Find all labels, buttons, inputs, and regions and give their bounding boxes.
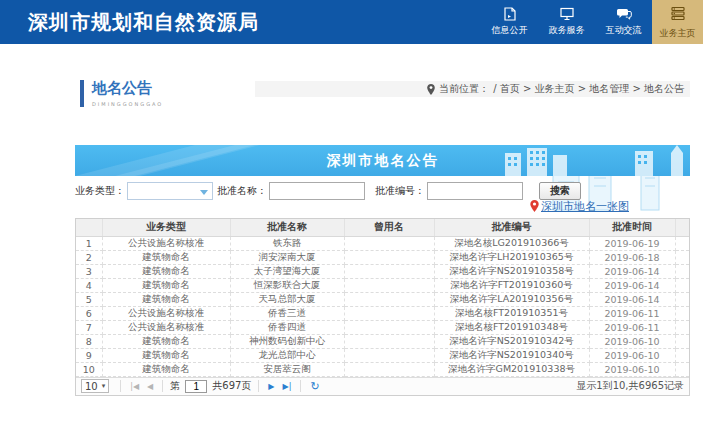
breadcrumb-path[interactable]: / 首页 > 业务主页 > 地名管理 > 地名公告	[493, 82, 684, 96]
col-approval-date: 批准时间	[589, 219, 675, 236]
number-filter-label: 批准编号：	[375, 184, 425, 198]
first-page-button[interactable]: |◀	[126, 382, 143, 391]
last-page-button[interactable]: ▶|	[279, 382, 296, 391]
page-size-value: 10	[85, 381, 98, 392]
page-title: 地名公告	[92, 80, 163, 97]
nav-item-info[interactable]: 信息公开	[481, 0, 538, 44]
record-summary: 显示1到10,共6965记录	[576, 379, 684, 393]
pagination-controls: 10 ▾ |◀ ◀ 第 共697页 ▶ ▶| ↻	[81, 378, 324, 395]
col-former-name: 曾用名	[344, 219, 434, 236]
table-row[interactable]: 7 公共设施名称核准 侨香四道 深地名核FT201910348号 2019-06…	[76, 320, 689, 334]
col-business-type: 业务类型	[102, 219, 230, 236]
section-head: 地名公告 DIMINGGONGGAO	[80, 80, 163, 107]
col-approved-name: 批准名称	[230, 219, 344, 236]
name-filter-label: 批准名称：	[217, 184, 267, 198]
monitor-icon	[559, 7, 575, 21]
chat-icon	[616, 7, 632, 21]
type-filter-label: 业务类型：	[75, 184, 125, 198]
map-link-row: 深圳市地名一张图	[530, 199, 629, 213]
location-pin-icon	[427, 80, 439, 99]
site-title: 深圳市规划和自然资源局	[28, 9, 259, 36]
divider	[120, 380, 121, 392]
table-row[interactable]: 8 建筑物命名 神州数码创新中心 深地名许字NS201910342号 2019-…	[76, 334, 689, 348]
table-row[interactable]: 4 建筑物命名 恒深影联合大厦 深地名许字FT201910360号 2019-0…	[76, 278, 689, 292]
nav-item-services[interactable]: 政务服务	[538, 0, 595, 44]
page-size-select[interactable]: 10 ▾	[81, 379, 109, 393]
banner: 深圳市地名公告	[75, 145, 690, 176]
breadcrumb: 当前位置： / 首页 > 业务主页 > 地名管理 > 地名公告	[255, 81, 690, 97]
col-filler	[675, 219, 689, 236]
col-approval-number: 批准编号	[434, 219, 589, 236]
total-pages: 共697页	[212, 379, 251, 393]
table-row[interactable]: 3 建筑物命名 太子湾望海大厦 深地名许字NS201910358号 2019-0…	[76, 264, 689, 278]
list-icon	[670, 5, 686, 24]
map-pin-icon	[530, 197, 541, 216]
banner-title: 深圳市地名公告	[75, 152, 690, 170]
table-header-row: 业务类型 批准名称 曾用名 批准编号 批准时间	[76, 219, 689, 236]
table-row[interactable]: 5 建筑物命名 天马总部大厦 深地名许字LA201910356号 2019-06…	[76, 292, 689, 306]
next-page-button[interactable]: ▶	[264, 382, 278, 391]
table-row[interactable]: 6 公共设施名称核准 侨香三道 深地名核FT201910351号 2019-06…	[76, 306, 689, 320]
placename-map-link[interactable]: 深圳市地名一张图	[541, 199, 629, 214]
page: 深圳市规划和自然资源局 信息公开 政务服务 互动交流	[0, 0, 703, 430]
table-row[interactable]: 10 建筑物命名 安居萃云阁 深地名许字GM201910338号 2019-06…	[76, 362, 689, 376]
search-button[interactable]: 搜索	[539, 182, 581, 200]
col-index	[76, 219, 102, 236]
refresh-icon[interactable]: ↻	[306, 380, 323, 393]
page-prefix: 第	[170, 379, 180, 393]
table-row[interactable]: 2 建筑物命名 润安深南大厦 深地名许字LH201910365号 2019-06…	[76, 250, 689, 264]
chevron-down-icon: ▾	[102, 382, 106, 390]
nav-item-label: 政务服务	[549, 24, 585, 37]
nav-item-label: 互动交流	[606, 24, 642, 37]
nav-item-interaction[interactable]: 互动交流	[595, 0, 652, 44]
divider	[162, 380, 163, 392]
divider	[258, 380, 259, 392]
breadcrumb-label: 当前位置：	[439, 82, 489, 96]
table-body: 1 公共设施名称核准 铁东路 深地名核LG201910366号 2019-06-…	[76, 236, 689, 376]
top-header: 深圳市规划和自然资源局 信息公开 政务服务 互动交流	[0, 0, 703, 44]
table-row[interactable]: 9 建筑物命名 龙光总部中心 深地名许字NS201910340号 2019-06…	[76, 348, 689, 362]
nav-tab-business-home[interactable]: 业务主页	[652, 0, 703, 44]
approval-number-input[interactable]	[427, 182, 523, 200]
business-type-select[interactable]	[127, 182, 213, 200]
nav-item-label: 信息公开	[492, 24, 528, 37]
announcement-table: 业务类型 批准名称 曾用名 批准编号 批准时间 1 公共设施名称核准 铁东路 深…	[75, 218, 690, 396]
approved-name-input[interactable]	[269, 182, 365, 200]
pagination-bar: 10 ▾ |◀ ◀ 第 共697页 ▶ ▶| ↻ 显示1到10,共6965记录	[76, 377, 689, 395]
page-number-input[interactable]	[185, 380, 207, 393]
prev-page-button[interactable]: ◀	[143, 382, 157, 391]
divider	[300, 380, 301, 392]
top-nav: 信息公开 政务服务 互动交流 业务主页	[481, 0, 703, 44]
page-subtitle: DIMINGGONGGAO	[92, 101, 163, 107]
table-row[interactable]: 1 公共设施名称核准 铁东路 深地名核LG201910366号 2019-06-…	[76, 236, 689, 250]
chevron-down-icon	[200, 190, 208, 195]
document-icon	[502, 7, 518, 21]
nav-tab-label: 业务主页	[660, 27, 696, 40]
